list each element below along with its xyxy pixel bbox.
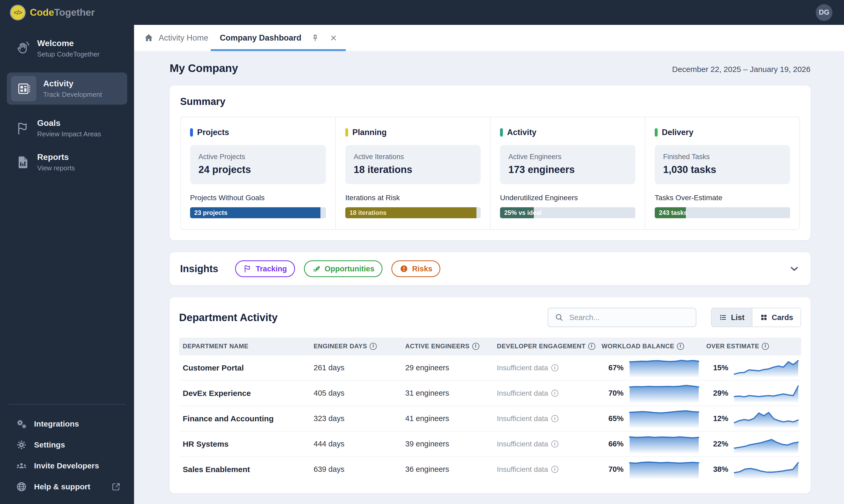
info-icon[interactable]: i [472,343,479,350]
stat-label: Active Iterations [354,153,472,161]
sidebar-item-welcome[interactable]: Welcome Setup CodeTogether [7,38,127,58]
col-over-estimate: Over Estimatei [706,343,805,350]
rocket-icon [312,264,321,273]
chevron-down-icon[interactable] [789,263,800,274]
info-icon[interactable]: i [762,343,769,350]
engineer-days: 261 days [314,363,405,372]
sidebar-item-reports[interactable]: Reports View reports [7,152,127,172]
dashboard-content: My Company December 22, 2025 – January 1… [134,51,844,504]
tracking-label: Tracking [256,265,287,273]
insights-title: Insights [180,263,218,274]
view-toggle: List Cards [711,308,801,327]
summary-col-planning: Planning Active Iterations 18 iterations… [335,117,490,229]
top-bar: </> CodeTogether DG [0,0,844,25]
stat-box: Active Engineers 173 engineers [500,145,635,184]
col-active-engineers: Active Engineersi [405,343,497,350]
list-label: List [731,313,744,322]
sidebar-item-invite-developers[interactable]: Invite Developers [7,455,127,476]
over-estimate: 29% [706,384,805,402]
bar-label: 23 projects [194,209,228,216]
info-icon[interactable]: i [370,343,377,350]
stat-label: Active Engineers [508,153,627,161]
over-estimate: 22% [706,435,805,453]
table-row[interactable]: DevEx Experience 405 days 31 engineers I… [179,380,801,406]
info-icon[interactable]: i [551,440,558,448]
tab-company-dashboard[interactable]: Company Dashboard [208,25,348,51]
summary-card-name: Projects [197,128,229,137]
stat-value: 18 iterations [354,164,472,175]
workload-balance: 70% [602,384,706,402]
sidebar-item-help-support[interactable]: Help & support [7,476,127,497]
info-icon[interactable]: i [551,466,558,473]
progress-bar: 243 tasks [655,207,790,218]
sidebar-item-label: Reports [37,152,75,162]
table-row[interactable]: Sales Enablement 639 days 36 engineers I… [179,456,801,482]
brand-together: Together [54,7,95,18]
over-estimate-percent: 29% [706,389,728,397]
department-name: HR Systems [183,439,314,449]
alert-icon [400,264,408,273]
gear-icon [16,439,27,451]
tab-active-label: Company Dashboard [219,33,301,43]
tracking-button[interactable]: Tracking [235,260,295,277]
workload-sparkline [629,384,700,402]
accent-bar [655,128,657,137]
bar-title: Projects Without Goals [190,194,326,202]
info-icon[interactable]: i [551,390,558,397]
over-estimate-sparkline [734,384,799,402]
globe-icon [16,481,27,492]
over-estimate-sparkline [734,410,799,428]
active-engineers: 36 engineers [405,465,497,474]
table-row[interactable]: Customer Portal 261 days 29 engineers In… [179,355,801,380]
search-box[interactable] [548,308,696,327]
workload-percent: 70% [602,389,623,397]
sidebar-item-integrations[interactable]: Integrations [7,413,127,434]
gears-icon [16,418,27,430]
tab-bar: Activity Home Company Dashboard [134,25,844,51]
brand-code: Code [30,7,54,18]
col-engineer-days: Engineer Daysi [314,343,405,350]
department-activity-title: Department Activity [179,312,278,323]
external-link-icon [111,482,121,492]
summary-card-name: Delivery [662,128,693,137]
developer-engagement: Insufficient datai [497,414,602,423]
workload-sparkline [629,460,700,479]
close-tab-icon[interactable] [329,34,338,42]
info-icon[interactable]: i [551,364,558,371]
sidebar-item-label: Activity [43,79,102,88]
flag-icon [16,121,30,136]
sidebar-item-settings[interactable]: Settings [7,434,127,455]
search-input[interactable] [569,313,689,322]
accent-bar [500,128,503,137]
list-view-button[interactable]: List [711,308,752,327]
risks-button[interactable]: Risks [391,260,440,277]
sidebar-item-sub: Track Development [43,91,102,98]
developer-engagement: Insufficient datai [497,440,602,448]
people-icon [16,460,27,471]
workload-percent: 70% [602,465,623,474]
sidebar-item-activity[interactable]: Activity Track Development [7,72,127,105]
table-row[interactable]: HR Systems 444 days 39 engineers Insuffi… [179,431,801,456]
stat-value: 173 engineers [508,164,627,175]
code-logo-icon: </> [10,5,26,20]
pin-icon[interactable] [311,34,320,42]
sidebar-footer-label: Invite Developers [34,461,99,470]
department-name: Sales Enablement [183,465,314,474]
developer-engagement: Insufficient datai [497,465,602,474]
engineer-days: 405 days [314,389,405,397]
tab-activity-home[interactable]: Activity Home [143,33,208,43]
cards-view-button[interactable]: Cards [752,308,801,327]
info-icon[interactable]: i [551,415,558,422]
summary-grid: Projects Active Projects 24 projects Pro… [180,117,800,230]
sidebar-footer-label: Help & support [34,482,90,491]
opportunities-label: Opportunities [324,265,374,273]
risks-label: Risks [412,265,432,273]
opportunities-button[interactable]: Opportunities [304,260,383,277]
user-avatar[interactable]: DG [816,4,832,21]
stat-label: Finished Tasks [663,153,782,161]
sidebar-item-goals[interactable]: Goals Review Impact Areas [7,118,127,138]
info-icon[interactable]: i [588,343,595,350]
bar-title: Underutilized Engineers [500,194,635,202]
table-row[interactable]: Finance and Accounting 323 days 41 engin… [179,406,801,431]
info-icon[interactable]: i [677,343,684,350]
